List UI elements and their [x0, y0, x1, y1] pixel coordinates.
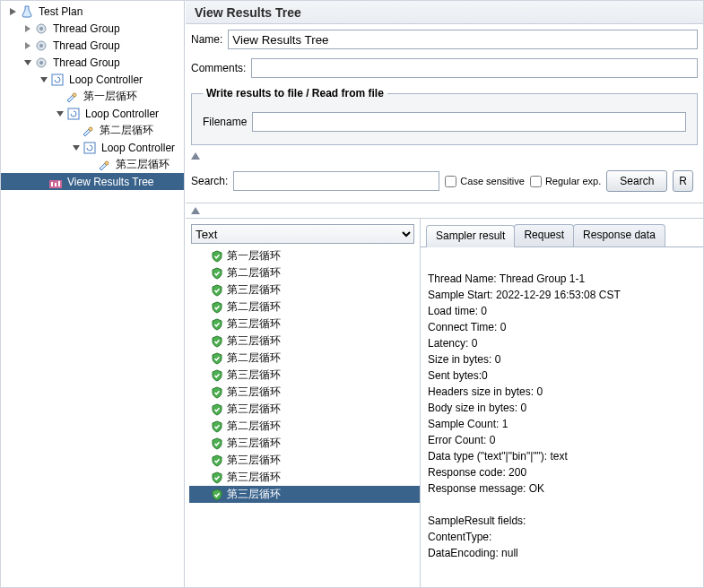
svg-marker-24 [191, 207, 200, 214]
result-item[interactable]: 第三层循环 [189, 367, 420, 384]
tree-node-loop-controller[interactable]: Loop Controller [1, 71, 184, 88]
sampler-result-text[interactable]: Thread Name: Thread Group 1-1 Sample Sta… [421, 247, 703, 587]
svg-rect-21 [55, 183, 56, 186]
expander-icon[interactable] [23, 41, 31, 49]
svg-point-3 [39, 27, 43, 30]
detail-line: Sample Start: 2022-12-29 16:53:08 CST [428, 289, 621, 301]
sampler-icon [65, 90, 79, 104]
search-input[interactable] [233, 171, 439, 191]
result-item[interactable]: 第三层循环 [189, 316, 420, 333]
detail-line: Sample Count: 1 [428, 418, 508, 430]
svg-marker-13 [56, 111, 64, 117]
result-item[interactable]: 第三层循环 [189, 486, 420, 503]
result-item[interactable]: 第三层循环 [189, 333, 420, 350]
result-item[interactable]: 第一层循环 [189, 247, 420, 264]
svg-marker-7 [24, 60, 31, 65]
regular-exp-box[interactable] [530, 176, 542, 187]
write-results-fieldset: Write results to file / Read from file F… [191, 87, 698, 145]
success-icon [211, 437, 223, 450]
tree-node-thread-group[interactable]: Thread Group [1, 20, 184, 37]
expander-icon[interactable] [56, 109, 64, 117]
tree-label: Loop Controller [67, 74, 144, 86]
detail-line: Response code: 200 [428, 466, 526, 479]
expander-icon[interactable] [9, 7, 17, 15]
detail-line: DataEncoding: null [428, 547, 518, 559]
svg-marker-0 [10, 8, 16, 15]
detail-line: Body size in bytes: 0 [428, 402, 526, 414]
success-icon [211, 318, 223, 331]
detail-line: Size in bytes: 0 [428, 353, 500, 366]
sampler-icon [81, 124, 95, 138]
results-list[interactable]: 第一层循环第二层循环第三层循环第二层循环第三层循环第三层循环第二层循环第三层循环… [186, 244, 420, 587]
result-label: 第二层循环 [227, 419, 281, 434]
expander-icon[interactable] [39, 75, 48, 83]
result-item[interactable]: 第三层循环 [189, 401, 420, 418]
sampler-icon [97, 158, 111, 172]
tree-node-thread-group[interactable]: Thread Group [1, 54, 184, 71]
result-label: 第二层循环 [227, 265, 281, 281]
tree-label: Thread Group [51, 22, 122, 35]
expander-icon[interactable] [72, 143, 80, 151]
tree-node-sampler[interactable]: 第二层循环 [1, 122, 184, 139]
svg-rect-17 [84, 143, 95, 153]
detail-line: Error Count: 0 [428, 434, 495, 446]
detail-line: Data type ("text"|"bin"|""): text [428, 450, 568, 463]
tree-label: Loop Controller [100, 142, 177, 154]
tree-node-loop-controller[interactable]: Loop Controller [1, 139, 184, 156]
svg-marker-16 [73, 145, 80, 151]
result-label: 第三层循环 [227, 282, 281, 298]
tree-node-test-plan[interactable]: Test Plan [1, 3, 184, 20]
svg-marker-23 [191, 152, 200, 160]
loop-icon [66, 107, 81, 121]
tree-node-sampler[interactable]: 第三层循环 [1, 156, 184, 173]
tree-label: 第二层循环 [98, 123, 155, 138]
regular-exp-checkbox[interactable]: Regular exp. [530, 176, 601, 187]
success-icon [211, 284, 223, 297]
result-item[interactable]: 第三层循环 [189, 452, 420, 469]
comments-input[interactable] [251, 58, 698, 78]
page-title: View Results Tree [186, 1, 703, 24]
case-sensitive-box[interactable] [445, 176, 456, 187]
tab-request[interactable]: Request [514, 224, 574, 246]
results-list-panel: Text 第一层循环第二层循环第三层循环第二层循环第三层循环第三层循环第二层循环… [186, 219, 421, 587]
success-icon [211, 250, 223, 263]
tree-node-loop-controller[interactable]: Loop Controller [1, 105, 184, 122]
result-label: 第三层循环 [227, 368, 281, 383]
result-item[interactable]: 第三层循环 [189, 384, 420, 401]
case-sensitive-label: Case sensitive [460, 176, 525, 186]
collapse-marker[interactable] [186, 151, 703, 161]
result-item[interactable]: 第三层循环 [189, 281, 420, 298]
svg-rect-14 [68, 108, 79, 119]
name-input[interactable] [228, 30, 698, 49]
gear-icon [34, 22, 48, 36]
svg-point-6 [39, 44, 43, 48]
tab-response-data[interactable]: Response data [573, 224, 665, 246]
result-item[interactable]: 第二层循环 [189, 350, 420, 367]
tree-node-view-results-tree[interactable]: View Results Tree [1, 173, 184, 190]
result-label: 第一层循环 [227, 248, 281, 264]
filename-input[interactable] [252, 112, 686, 132]
result-item[interactable]: 第二层循环 [189, 418, 420, 435]
detail-line: Response message: OK [428, 482, 544, 495]
case-sensitive-checkbox[interactable]: Case sensitive [445, 176, 525, 187]
result-item[interactable]: 第二层循环 [189, 298, 420, 316]
svg-point-9 [39, 61, 43, 65]
write-results-legend: Write results to file / Read from file [203, 87, 387, 99]
title-text: View Results Tree [195, 5, 301, 20]
tree-node-sampler[interactable]: 第一层循环 [1, 88, 184, 105]
collapse-marker[interactable] [186, 205, 703, 216]
tree-node-thread-group[interactable]: Thread Group [1, 37, 184, 54]
result-label: 第三层循环 [227, 470, 281, 485]
result-item[interactable]: 第二层循环 [189, 264, 420, 281]
search-button[interactable]: Search [606, 170, 667, 192]
test-plan-tree[interactable]: Test Plan Thread Group Thread Group [1, 1, 185, 587]
reset-button[interactable]: R [673, 170, 693, 192]
tab-sampler-result[interactable]: Sampler result [426, 225, 515, 247]
tree-label: 第一层循环 [82, 89, 139, 104]
view-mode-select[interactable]: Text [191, 224, 414, 244]
result-item[interactable]: 第三层循环 [189, 435, 420, 452]
expander-icon[interactable] [23, 24, 31, 32]
results-split: Text 第一层循环第二层循环第三层循环第二层循环第三层循环第三层循环第二层循环… [186, 218, 703, 587]
result-item[interactable]: 第三层循环 [189, 469, 420, 486]
expander-icon[interactable] [23, 58, 31, 66]
